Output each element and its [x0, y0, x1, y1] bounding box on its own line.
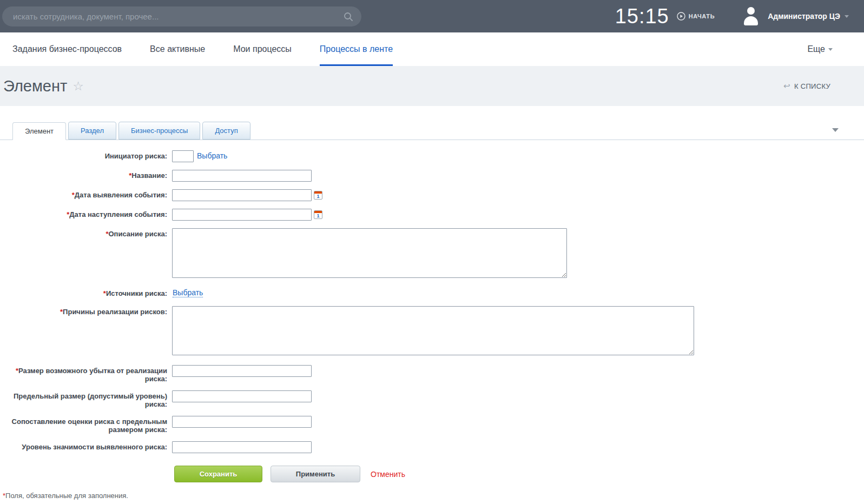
- calendar-digit: 1: [314, 213, 322, 218]
- field-label: Название:: [0, 170, 172, 182]
- limit-size-input[interactable]: [172, 390, 312, 402]
- start-label: НАЧАТЬ: [689, 13, 715, 19]
- apply-button[interactable]: Применить: [271, 466, 360, 482]
- risk-initiator-input[interactable]: [172, 150, 194, 162]
- field-row-sources: Источники риска: Выбрать: [0, 288, 864, 297]
- nav-item-processes-feed[interactable]: Процессы в ленте: [320, 32, 393, 66]
- field-row-causes: Причины реализации рисков:: [0, 306, 864, 355]
- back-to-list-label: К СПИСКУ: [794, 82, 830, 90]
- detect-date-input[interactable]: [172, 189, 312, 201]
- field-label: Размер возможного убытка от реализации р…: [0, 365, 172, 383]
- field-row-comparison: Сопоставление оценки риска с предельным …: [0, 416, 864, 434]
- form-buttons: Сохранить Применить Отменить: [174, 466, 864, 482]
- page-title: Элемент: [3, 77, 67, 95]
- field-label: Предельный размер (допустимый уровень) р…: [0, 390, 172, 408]
- save-button[interactable]: Сохранить: [174, 466, 262, 482]
- chevron-down-icon: [845, 15, 849, 18]
- user-avatar-icon: [743, 7, 759, 25]
- field-row-occur-date: Дата наступления события: 1: [0, 209, 864, 221]
- nav-item-all-active[interactable]: Все активные: [150, 32, 205, 66]
- possible-loss-input[interactable]: [172, 365, 312, 377]
- favorite-star-icon[interactable]: ☆: [72, 80, 84, 92]
- search-input[interactable]: [13, 12, 343, 21]
- occur-date-input[interactable]: [172, 209, 312, 221]
- topbar: 15:15 НАЧАТЬ Администратор ЦЭ: [0, 0, 864, 32]
- form-tabbar: Элемент Раздел Бизнес-процессы Доступ: [0, 122, 864, 140]
- field-label: Дата выявления события:: [0, 189, 172, 201]
- chevron-down-icon: [828, 48, 833, 51]
- nav-item-bp-tasks[interactable]: Задания бизнес-процессов: [12, 32, 122, 66]
- tab-business-processes[interactable]: Бизнес-процессы: [118, 122, 200, 140]
- user-name: Администратор ЦЭ: [768, 12, 840, 21]
- navbar: Задания бизнес-процессов Все активные Мо…: [0, 32, 864, 66]
- cancel-button[interactable]: Отменить: [371, 470, 405, 479]
- global-search[interactable]: [2, 6, 361, 26]
- field-row-limit-size: Предельный размер (допустимый уровень) р…: [0, 390, 864, 408]
- search-icon[interactable]: [343, 11, 354, 22]
- calendar-icon[interactable]: 1: [314, 191, 322, 200]
- nav-more-button[interactable]: Еще: [807, 44, 833, 54]
- field-label: Причины реализации рисков:: [0, 306, 172, 355]
- field-row-description: Описание риска:: [0, 228, 864, 278]
- nav-more-label: Еще: [807, 44, 825, 54]
- significance-input[interactable]: [172, 441, 312, 453]
- nav-item-my-processes[interactable]: Мои процессы: [233, 32, 292, 66]
- field-row-risk-initiator: Инициатор риска: Выбрать: [0, 150, 864, 162]
- field-row-significance: Уровень значимости выявленного риска:: [0, 441, 864, 453]
- risk-sources-choose-link[interactable]: Выбрать: [173, 288, 203, 297]
- play-circle-icon: [677, 12, 685, 21]
- field-label: Описание риска:: [0, 228, 172, 278]
- required-fields-note: Поля, обязательные для заполнения.: [3, 492, 864, 500]
- form-settings-caret-icon[interactable]: [832, 128, 839, 132]
- back-to-list-link[interactable]: ↩ К СПИСКУ: [783, 81, 830, 91]
- field-label: Уровень значимости выявленного риска:: [0, 441, 172, 453]
- risk-causes-textarea[interactable]: [172, 306, 694, 355]
- title-input[interactable]: [172, 170, 312, 182]
- tab-element[interactable]: Элемент: [12, 122, 66, 140]
- field-row-possible-loss: Размер возможного убытка от реализации р…: [0, 365, 864, 383]
- field-label: Сопоставление оценки риска с предельным …: [0, 416, 172, 434]
- user-menu[interactable]: Администратор ЦЭ: [743, 7, 849, 25]
- field-label: Источники риска:: [0, 288, 172, 297]
- tab-access[interactable]: Доступ: [202, 122, 250, 140]
- tab-section[interactable]: Раздел: [68, 122, 116, 140]
- field-label: Дата наступления события:: [0, 209, 172, 221]
- field-row-title: Название:: [0, 170, 864, 182]
- comparison-input[interactable]: [172, 416, 312, 428]
- calendar-icon[interactable]: 1: [314, 210, 322, 219]
- start-button[interactable]: НАЧАТЬ: [677, 12, 715, 21]
- field-row-detect-date: Дата выявления события: 1: [0, 189, 864, 201]
- page-header: Элемент ☆ ↩ К СПИСКУ: [0, 66, 864, 106]
- return-arrow-icon: ↩: [783, 81, 790, 91]
- clock: 15:15: [615, 5, 669, 28]
- risk-description-textarea[interactable]: [172, 228, 567, 278]
- calendar-digit: 1: [314, 194, 322, 199]
- element-form: Инициатор риска: Выбрать Название: Дата …: [0, 140, 864, 500]
- field-label: Инициатор риска:: [0, 150, 172, 162]
- risk-initiator-choose-link[interactable]: Выбрать: [197, 150, 227, 160]
